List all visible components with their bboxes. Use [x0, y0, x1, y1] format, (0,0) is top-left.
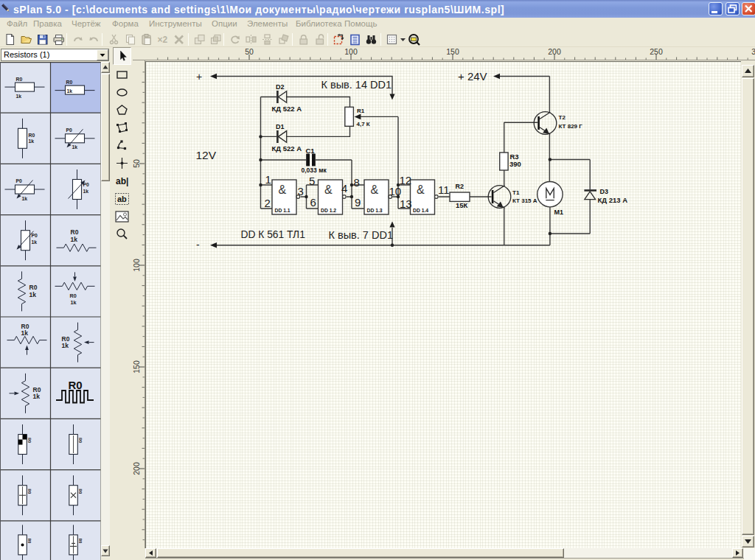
- svg-text:200: 200: [133, 462, 141, 475]
- svg-text:R0: R0: [78, 438, 83, 443]
- svg-text:R0: R0: [29, 284, 38, 291]
- svg-text:P0: P0: [66, 127, 73, 133]
- svg-text:КТ 315 А: КТ 315 А: [512, 197, 537, 204]
- svg-text:100: 100: [133, 259, 141, 272]
- svg-text:T1: T1: [512, 189, 520, 196]
- svg-text:КТ 829 Г: КТ 829 Г: [559, 123, 583, 130]
- svg-text:D3: D3: [600, 188, 609, 195]
- svg-text:1k: 1k: [71, 236, 78, 243]
- svg-text:P0: P0: [16, 178, 23, 183]
- svg-text:DD 1.1: DD 1.1: [275, 208, 290, 213]
- svg-text:R0: R0: [62, 335, 70, 343]
- svg-text:1: 1: [265, 173, 271, 186]
- svg-text:1k: 1k: [83, 189, 89, 194]
- svg-text:1k: 1k: [29, 139, 35, 144]
- svg-text:3: 3: [298, 185, 304, 197]
- svg-text:КД 522 А: КД 522 А: [272, 144, 302, 153]
- svg-text:1k: 1k: [16, 94, 22, 99]
- svg-text:DD 1.3: DD 1.3: [367, 208, 383, 213]
- svg-text:DD 1.4: DD 1.4: [413, 208, 428, 213]
- svg-text:8: 8: [354, 176, 360, 189]
- svg-text:250: 250: [650, 47, 663, 56]
- svg-text:200: 200: [548, 47, 561, 56]
- svg-text:&: &: [371, 183, 379, 196]
- svg-text:150: 150: [446, 47, 459, 56]
- svg-text:1k: 1k: [67, 88, 73, 94]
- svg-text:15К: 15К: [456, 201, 468, 209]
- svg-text:P0: P0: [32, 233, 38, 238]
- svg-text:R0: R0: [27, 489, 32, 494]
- svg-text:12: 12: [400, 174, 412, 186]
- svg-text:R1: R1: [357, 108, 365, 114]
- svg-text:ab: ab: [117, 195, 127, 203]
- svg-text:1k: 1k: [29, 291, 37, 298]
- svg-text:-: -: [196, 239, 200, 251]
- svg-text:150: 150: [133, 360, 141, 374]
- svg-text:50: 50: [133, 159, 141, 168]
- svg-text:КД 522 А: КД 522 А: [272, 105, 302, 113]
- svg-text:50: 50: [245, 47, 254, 56]
- svg-text:DD К 561 ТЛ1: DD К 561 ТЛ1: [241, 229, 305, 240]
- svg-text:1k: 1k: [22, 196, 28, 201]
- svg-text:11: 11: [438, 183, 450, 196]
- svg-text:D2: D2: [276, 83, 285, 91]
- svg-text:1k: 1k: [72, 144, 78, 150]
- svg-text:300: 300: [751, 47, 755, 56]
- svg-text:R0: R0: [69, 379, 83, 391]
- svg-text:C1: C1: [306, 147, 316, 155]
- svg-text:R0: R0: [27, 538, 32, 543]
- svg-text:M1: M1: [554, 209, 564, 216]
- svg-text:R0: R0: [78, 489, 83, 494]
- svg-text:К выв. 7 DD1: К выв. 7 DD1: [329, 229, 393, 241]
- svg-text:0,033 мк: 0,033 мк: [302, 167, 327, 174]
- svg-text:КД 213 А: КД 213 А: [598, 196, 628, 204]
- svg-text:1k: 1k: [71, 299, 77, 306]
- svg-text:&: &: [279, 183, 287, 196]
- svg-text:×2: ×2: [158, 35, 168, 45]
- svg-text:T2: T2: [559, 114, 566, 121]
- svg-text:R0: R0: [71, 228, 79, 236]
- svg-text:R0: R0: [33, 386, 41, 393]
- svg-text:4: 4: [341, 182, 347, 195]
- svg-text:ab|: ab|: [116, 176, 128, 186]
- svg-text:1k: 1k: [33, 393, 41, 400]
- svg-text:10: 10: [389, 185, 402, 197]
- svg-text:13: 13: [400, 197, 412, 210]
- svg-text:1k: 1k: [21, 329, 29, 337]
- svg-text:6: 6: [310, 196, 316, 209]
- svg-text:100: 100: [344, 47, 358, 56]
- svg-text:DD 1.2: DD 1.2: [321, 208, 336, 213]
- svg-text:&: &: [324, 183, 333, 196]
- svg-text:D1: D1: [276, 123, 285, 130]
- svg-text:2: 2: [265, 197, 271, 209]
- svg-text:1k: 1k: [32, 239, 38, 245]
- svg-text:4,7 К: 4,7 К: [357, 121, 370, 127]
- svg-text:+ 24V: + 24V: [458, 70, 487, 83]
- svg-text:R2: R2: [456, 183, 465, 190]
- svg-text:1k: 1k: [62, 342, 69, 349]
- svg-text:9: 9: [355, 196, 361, 209]
- svg-text:390: 390: [509, 160, 521, 168]
- svg-text:R0: R0: [78, 538, 83, 543]
- svg-text:R0: R0: [66, 80, 73, 85]
- svg-text:5: 5: [309, 175, 315, 187]
- svg-text:R0: R0: [29, 133, 35, 138]
- svg-text:К выв. 14 DD1: К выв. 14 DD1: [321, 79, 392, 91]
- svg-text:&: &: [417, 183, 425, 196]
- svg-text:12V: 12V: [196, 149, 217, 161]
- svg-text:R0: R0: [27, 438, 32, 443]
- svg-text:R0: R0: [16, 77, 23, 82]
- svg-text:+: +: [196, 71, 202, 83]
